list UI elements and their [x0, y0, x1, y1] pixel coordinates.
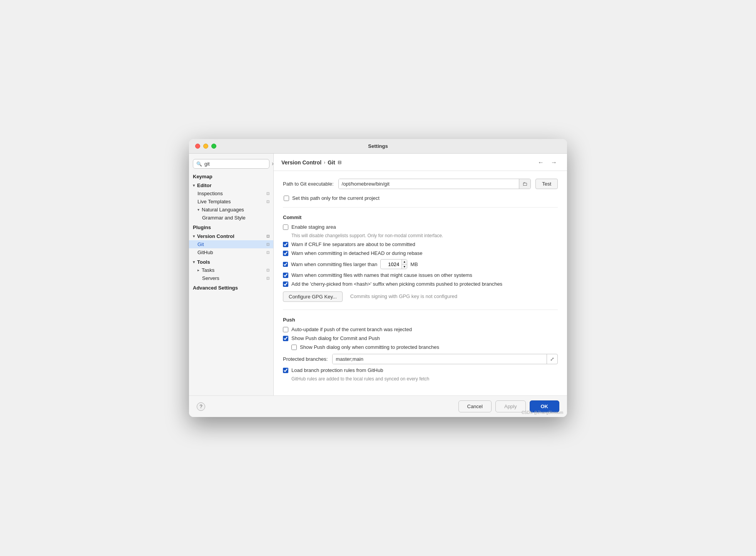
nav-back-button[interactable]: ← — [535, 158, 546, 167]
auto-update-push-label: Auto-update if push of the current branc… — [291, 327, 412, 332]
github-label: GitHub — [197, 250, 213, 255]
sidebar-item-tools[interactable]: ▾ Tools — [189, 258, 273, 266]
size-unit: MB — [410, 261, 418, 267]
cherry-pick-label: Add the 'cherry-picked from <hash>' suff… — [291, 281, 502, 287]
panel-header: Version Control › Git ⊟ ← → — [274, 154, 567, 171]
breadcrumb: Version Control › Git ⊟ — [281, 159, 341, 166]
warn-detached-checkbox[interactable] — [283, 251, 288, 256]
plugins-label: Plugins — [193, 224, 211, 230]
warn-crlf-label: Warn if CRLF line separators are about t… — [291, 241, 415, 247]
sidebar-item-tasks[interactable]: ▸ Tasks ⊡ — [189, 266, 273, 274]
traffic-lights — [195, 144, 216, 149]
set-path-only-checkbox[interactable] — [284, 196, 289, 201]
panel-body: Path to Git executable: 🗀 Test Set this … — [274, 171, 567, 395]
git-label: Git — [197, 241, 204, 247]
minimize-button[interactable] — [203, 144, 208, 149]
large-files-size-input-wrap[interactable]: ▲ ▼ — [380, 259, 407, 269]
git-icon: ⊡ — [266, 242, 269, 246]
sidebar-item-inspections[interactable]: Inspections ⊡ — [189, 189, 273, 198]
warn-detached-row: Warn when committing in detached HEAD or… — [283, 250, 558, 256]
footer: ? Cancel Apply OK — [189, 395, 567, 417]
protected-branches-row: Protected branches: ⤢ — [283, 354, 558, 364]
sidebar-item-editor[interactable]: ▾ Editor — [189, 181, 273, 189]
sidebar-item-live-templates[interactable]: Live Templates ⊡ — [189, 198, 273, 206]
github-rules-note: GitHub rules are added to the local rule… — [291, 376, 558, 382]
advanced-settings-label: Advanced Settings — [193, 285, 238, 291]
size-spin-up[interactable]: ▲ — [402, 260, 407, 265]
warn-large-files-label: Warn when committing files larger than — [291, 261, 377, 267]
enable-staging-checkbox[interactable] — [283, 224, 288, 230]
sidebar-item-natural-languages[interactable]: ▾ Natural Languages — [189, 206, 273, 214]
sidebar-item-git[interactable]: Git ⊡ — [189, 240, 273, 248]
enable-staging-row: Enable staging area — [283, 224, 558, 230]
tasks-icon: ⊡ — [266, 268, 269, 272]
nav-forward-button[interactable]: → — [549, 158, 559, 167]
maximize-button[interactable] — [211, 144, 216, 149]
natural-languages-label: Natural Languages — [202, 207, 244, 213]
show-push-dialog-checkbox[interactable] — [283, 336, 288, 341]
warn-names-label: Warn when committing files with names th… — [291, 272, 472, 278]
staging-note: This will disable changelists support. O… — [291, 233, 558, 238]
protected-branches-expand-button[interactable]: ⤢ — [547, 354, 557, 364]
sidebar-item-version-control[interactable]: ▾ Version Control ⊡ — [189, 232, 273, 240]
version-control-label: Version Control — [197, 233, 234, 239]
nav-buttons: ← → — [535, 158, 559, 167]
sidebar-item-keymap[interactable]: Keymap — [189, 172, 273, 181]
natural-languages-arrow: ▾ — [197, 208, 199, 212]
path-input-wrap[interactable]: 🗀 — [338, 179, 531, 189]
help-button[interactable]: ? — [197, 402, 205, 411]
sidebar-item-advanced-settings[interactable]: Advanced Settings — [189, 284, 273, 292]
version-control-icon: ⊡ — [266, 234, 269, 238]
close-button[interactable] — [195, 144, 200, 149]
editor-label: Editor — [197, 183, 212, 188]
cancel-button[interactable]: Cancel — [458, 400, 492, 412]
git-path-row: Path to Git executable: 🗀 Test — [283, 179, 558, 189]
load-branch-protection-checkbox[interactable] — [283, 368, 288, 373]
warn-crlf-checkbox[interactable] — [283, 242, 288, 247]
warn-large-files-checkbox[interactable] — [283, 262, 288, 267]
breadcrumb-part1: Version Control — [281, 159, 321, 166]
warn-names-checkbox[interactable] — [283, 273, 288, 278]
configure-gpg-button[interactable]: Configure GPG Key... — [283, 291, 343, 302]
show-push-dialog-row: Show Push dialog for Commit and Push — [283, 335, 558, 341]
show-push-dialog-label: Show Push dialog for Commit and Push — [291, 335, 380, 341]
size-spin-arrows: ▲ ▼ — [401, 260, 407, 269]
load-branch-protection-label: Load branch protection rules from GitHub — [291, 367, 383, 373]
warn-detached-label: Warn when committing in detached HEAD or… — [291, 250, 423, 256]
sidebar-item-github[interactable]: GitHub ⊡ — [189, 248, 273, 256]
sidebar-item-grammar-style[interactable]: Grammar and Style — [189, 214, 273, 222]
search-input[interactable] — [204, 161, 269, 167]
enable-staging-label: Enable staging area — [291, 224, 336, 230]
push-divider — [283, 310, 558, 310]
cherry-pick-checkbox[interactable] — [283, 281, 288, 287]
title-bar: Settings — [189, 139, 567, 154]
commit-divider — [283, 207, 558, 208]
auto-update-push-checkbox[interactable] — [283, 327, 288, 332]
protected-branches-input[interactable] — [333, 354, 547, 364]
breadcrumb-part2: Git — [328, 159, 335, 166]
path-folder-button[interactable]: 🗀 — [519, 179, 530, 189]
live-templates-label: Live Templates — [197, 199, 231, 204]
large-files-size-input[interactable] — [381, 260, 401, 268]
sidebar-item-plugins[interactable]: Plugins — [189, 223, 273, 231]
test-button[interactable]: Test — [535, 179, 558, 189]
breadcrumb-separator: › — [324, 160, 325, 165]
warn-names-row: Warn when committing files with names th… — [283, 272, 558, 278]
push-protected-only-checkbox[interactable] — [291, 345, 297, 350]
sidebar-item-servers[interactable]: Servers ⊡ — [189, 274, 273, 282]
set-path-only-label: Set this path only for the current proje… — [292, 195, 380, 201]
set-path-row: Set this path only for the current proje… — [284, 195, 558, 201]
breadcrumb-settings-icon[interactable]: ⊟ — [338, 160, 341, 165]
tools-arrow: ▾ — [193, 260, 195, 264]
version-control-arrow: ▾ — [193, 234, 195, 238]
push-protected-only-label: Show Push dialog only when committing to… — [300, 344, 439, 350]
search-box[interactable]: 🔍 ✕ — [193, 159, 269, 169]
apply-button[interactable]: Apply — [495, 400, 526, 412]
search-icon: 🔍 — [196, 161, 202, 167]
servers-icon: ⊡ — [266, 276, 269, 280]
servers-label: Servers — [202, 275, 219, 281]
push-section-title: Push — [283, 317, 558, 323]
git-path-input[interactable] — [339, 179, 519, 189]
protected-branches-input-wrap[interactable]: ⤢ — [332, 354, 558, 364]
size-spin-down[interactable]: ▼ — [402, 265, 407, 269]
